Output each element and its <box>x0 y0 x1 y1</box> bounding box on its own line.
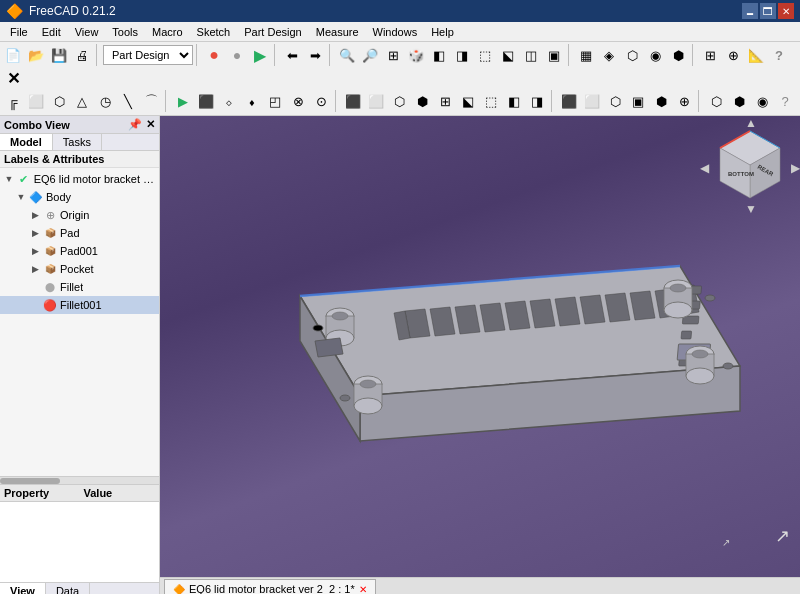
tb-zoom-fit[interactable]: ⊞ <box>382 44 404 66</box>
workbench-selector[interactable]: Part Design Sketcher Part <box>103 45 193 65</box>
tb-zoom-in[interactable]: 🔍 <box>336 44 358 66</box>
tb2-7[interactable]: ⌒ <box>140 90 162 112</box>
tb2-15[interactable]: ⬛ <box>342 90 364 112</box>
tb2-29[interactable]: ⊕ <box>673 90 695 112</box>
tb-more-5[interactable]: ⬢ <box>667 44 689 66</box>
nav-left-arrow[interactable]: ◀ <box>700 161 709 175</box>
menu-view[interactable]: View <box>69 24 105 40</box>
tb2-16[interactable]: ⬜ <box>365 90 387 112</box>
tree-item-pad001[interactable]: ▶ 📦 Pad001 <box>0 242 159 260</box>
viewport-tab-main[interactable]: 🔶 EQ6 lid motor bracket ver 2_2 : 1* ✕ <box>164 579 376 595</box>
tb2-10[interactable]: ⬦ <box>218 90 240 112</box>
nav-right-arrow[interactable]: ▶ <box>791 161 800 175</box>
tb-circle-red[interactable]: ● <box>203 44 225 66</box>
tb2-32[interactable]: ◉ <box>751 90 773 112</box>
tree-item-fillet001[interactable]: ▶ 🔴 Fillet001 <box>0 296 159 314</box>
menu-part-design[interactable]: Part Design <box>238 24 307 40</box>
tree-scrollbar[interactable] <box>0 476 159 484</box>
maximize-button[interactable]: 🗖 <box>760 3 776 19</box>
tb-snap[interactable]: ⊕ <box>722 44 744 66</box>
3d-viewport[interactable]: REAR BOTTOM ▲ ▼ ◀ ▶ <box>160 116 800 577</box>
tb-circle-grey[interactable]: ● <box>226 44 248 66</box>
tb-arrow-left[interactable]: ⬅ <box>281 44 303 66</box>
tb2-3[interactable]: ⬡ <box>48 90 70 112</box>
tb-more-3[interactable]: ⬡ <box>621 44 643 66</box>
tb2-8[interactable]: ▶ <box>172 90 194 112</box>
tb-view-left[interactable]: ◫ <box>520 44 542 66</box>
tb2-6[interactable]: ╲ <box>117 90 139 112</box>
menu-macro[interactable]: Macro <box>146 24 189 40</box>
sb-tab-view[interactable]: View <box>0 583 46 594</box>
tb2-20[interactable]: ⬕ <box>457 90 479 112</box>
menu-sketch[interactable]: Sketch <box>191 24 237 40</box>
tb-open[interactable]: 📂 <box>25 44 47 66</box>
tb2-26[interactable]: ⬡ <box>604 90 626 112</box>
tb2-9[interactable]: ⬛ <box>195 90 217 112</box>
tb-new[interactable]: 📄 <box>2 44 24 66</box>
tb2-27[interactable]: ▣ <box>627 90 649 112</box>
tab-tasks[interactable]: Tasks <box>53 134 102 150</box>
close-button[interactable]: ✕ <box>778 3 794 19</box>
tb2-23[interactable]: ◨ <box>526 90 548 112</box>
tb2-4[interactable]: △ <box>71 90 93 112</box>
tab-model[interactable]: Model <box>0 134 53 150</box>
tb-grid[interactable]: ⊞ <box>699 44 721 66</box>
menu-windows[interactable]: Windows <box>367 24 424 40</box>
tb2-5[interactable]: ◷ <box>94 90 116 112</box>
tb-close-bar[interactable]: ✕ <box>2 67 24 89</box>
tb-more-1[interactable]: ▦ <box>575 44 597 66</box>
menu-file[interactable]: File <box>4 24 34 40</box>
property-scroll[interactable] <box>0 502 159 582</box>
tb2-28[interactable]: ⬢ <box>650 90 672 112</box>
viewport-tab-label: EQ6 lid motor bracket ver 2_2 : 1* <box>189 583 355 594</box>
tb2-25[interactable]: ⬜ <box>581 90 603 112</box>
menu-tools[interactable]: Tools <box>106 24 144 40</box>
tb2-21[interactable]: ⬚ <box>480 90 502 112</box>
tb-measure[interactable]: 📐 <box>745 44 767 66</box>
tb-view-right[interactable]: ▣ <box>543 44 565 66</box>
tb-view-top[interactable]: ⬚ <box>474 44 496 66</box>
tb2-30[interactable]: ⬡ <box>705 90 727 112</box>
nav-up-arrow[interactable]: ▲ <box>745 116 757 130</box>
tb2-11[interactable]: ⬧ <box>241 90 263 112</box>
tb-view-bottom[interactable]: ⬕ <box>497 44 519 66</box>
tb2-1[interactable]: ╔ <box>2 90 24 112</box>
minimize-button[interactable]: 🗕 <box>742 3 758 19</box>
tree-item-origin[interactable]: ▶ ⊕ Origin <box>0 206 159 224</box>
close-combo-icon[interactable]: ✕ <box>146 118 155 131</box>
tb2-12[interactable]: ◰ <box>264 90 286 112</box>
tb-view-front[interactable]: ◧ <box>428 44 450 66</box>
tb2-22[interactable]: ◧ <box>503 90 525 112</box>
tb-more-2[interactable]: ◈ <box>598 44 620 66</box>
tb-print[interactable]: 🖨 <box>71 44 93 66</box>
tree-item-pad[interactable]: ▶ 📦 Pad <box>0 224 159 242</box>
tb2-31[interactable]: ⬢ <box>728 90 750 112</box>
viewport-tab-close[interactable]: ✕ <box>359 584 367 595</box>
menu-measure[interactable]: Measure <box>310 24 365 40</box>
tree-item-fillet[interactable]: ▶ ⬤ Fillet <box>0 278 159 296</box>
tb-more-4[interactable]: ◉ <box>644 44 666 66</box>
tb2-18[interactable]: ⬢ <box>411 90 433 112</box>
pin-icon[interactable]: 📌 <box>128 118 142 131</box>
tb-view-3d[interactable]: 🎲 <box>405 44 427 66</box>
sb-tab-data[interactable]: Data <box>46 583 90 594</box>
tb-zoom-out[interactable]: 🔎 <box>359 44 381 66</box>
tb2-24[interactable]: ⬛ <box>558 90 580 112</box>
tb2-14[interactable]: ⊙ <box>310 90 332 112</box>
tb2-13[interactable]: ⊗ <box>287 90 309 112</box>
tree-item-root[interactable]: ▼ ✔ EQ6 lid motor bracket ver <box>0 170 159 188</box>
tb-save[interactable]: 💾 <box>48 44 70 66</box>
tb-arrow-right[interactable]: ➡ <box>304 44 326 66</box>
tb2-17[interactable]: ⬡ <box>388 90 410 112</box>
tree-item-pocket[interactable]: ▶ 📦 Pocket <box>0 260 159 278</box>
tree-item-body[interactable]: ▼ 🔷 Body <box>0 188 159 206</box>
menu-edit[interactable]: Edit <box>36 24 67 40</box>
tb-play-green[interactable]: ▶ <box>249 44 271 66</box>
tb2-33[interactable]: ? <box>774 90 796 112</box>
tb2-19[interactable]: ⊞ <box>434 90 456 112</box>
svg-point-48 <box>705 295 715 301</box>
tb-help[interactable]: ? <box>768 44 790 66</box>
menu-help[interactable]: Help <box>425 24 460 40</box>
tb-view-back[interactable]: ◨ <box>451 44 473 66</box>
tb2-2[interactable]: ⬜ <box>25 90 47 112</box>
